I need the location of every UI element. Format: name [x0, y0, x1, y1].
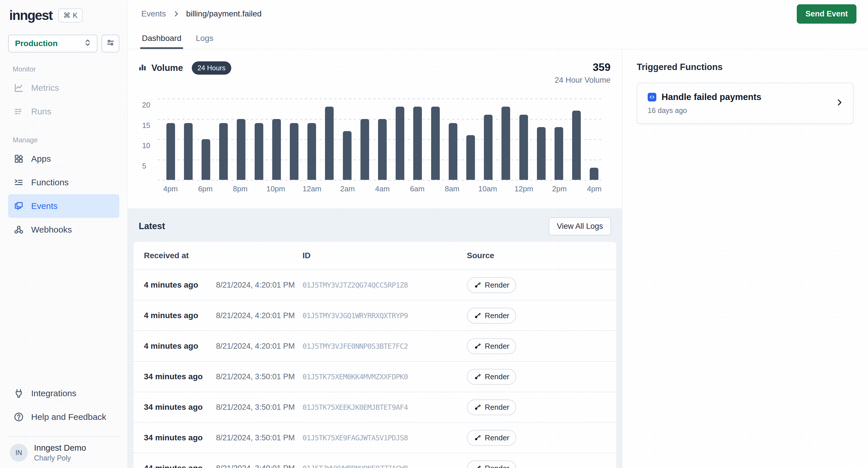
account-user: Charly Poly — [34, 454, 86, 462]
bar — [572, 111, 581, 180]
bar — [413, 107, 422, 180]
x-axis-tick: 6am — [409, 185, 426, 193]
sidebar-item-label: Events — [31, 201, 58, 211]
bar-slot — [356, 99, 373, 180]
received-timestamp: 8/21/2024, 3:40:01 PM — [216, 464, 303, 468]
bar — [449, 123, 457, 180]
bar-slot — [532, 99, 550, 180]
bar-slot — [585, 99, 603, 180]
source-badge[interactable]: Render — [467, 461, 516, 468]
function-card[interactable]: Handle failed payments 16 days ago — [637, 83, 854, 124]
latest-section: Latest View All Logs Received at ID Sour… — [128, 208, 622, 468]
event-id: 01J5TK75XEEKJK0EMJBTET9AF4 — [303, 403, 467, 411]
breadcrumb: Events billing/payment.failed — [141, 9, 261, 19]
table-row[interactable]: 34 minutes ago 8/21/2024, 3:50:01 PM 01J… — [133, 423, 616, 453]
event-id: 01J5TK75XEM0KK4MVMZXXFDPK0 — [303, 373, 467, 381]
bar — [272, 119, 281, 180]
received-timestamp: 8/21/2024, 4:20:01 PM — [216, 281, 303, 290]
tab-logs[interactable]: Logs — [195, 28, 214, 49]
source-badge[interactable]: Render — [467, 277, 516, 293]
inngest-logo[interactable]: inngest — [9, 7, 53, 23]
source-label: Render — [485, 433, 509, 442]
source-badge[interactable]: Render — [467, 399, 516, 415]
sidebar-item-label: Apps — [31, 154, 51, 164]
runs-list-icon — [13, 106, 24, 117]
bar-slot — [550, 99, 567, 180]
sidebar-item-webhooks[interactable]: Webhooks — [8, 218, 119, 241]
bar-slot — [179, 99, 197, 180]
nav-section-monitor: Monitor — [13, 65, 119, 73]
plug-icon — [13, 388, 24, 399]
source-label: Render — [485, 372, 509, 381]
y-axis-tick: 10 — [142, 141, 154, 150]
x-axis-tick: 12pm — [515, 185, 533, 193]
command-palette-shortcut[interactable]: ⌘ K — [58, 8, 83, 23]
webhook-icon — [13, 225, 24, 235]
volume-chart-card: Volume 24 Hours 359 24 Hour Volume 20 — [128, 49, 622, 208]
x-axis-tick — [533, 185, 551, 193]
sidebar-item-label: Help and Feedback — [31, 412, 106, 422]
environment-selector[interactable]: Production — [8, 35, 97, 53]
bar-slot — [497, 99, 515, 180]
bar — [519, 115, 528, 180]
view-all-logs-button[interactable]: View All Logs — [549, 217, 611, 235]
x-axis-tick — [497, 185, 515, 193]
sidebar-item-events[interactable]: Events — [8, 194, 119, 218]
total-volume-label: 24 Hour Volume — [555, 76, 611, 85]
source-badge[interactable]: Render — [467, 369, 516, 385]
event-id: 01J5TMY3VJGQ1WRYRRXQXTRYP9 — [303, 311, 467, 320]
sidebar-item-runs[interactable]: Runs — [8, 100, 119, 123]
environment-value: Production — [15, 39, 58, 48]
table-body: 4 minutes ago 8/21/2024, 4:20:01 PM 01J5… — [133, 270, 616, 468]
source-badge[interactable]: Render — [467, 308, 516, 324]
table-row[interactable]: 34 minutes ago 8/21/2024, 3:50:01 PM 01J… — [133, 392, 616, 423]
breadcrumb-events-link[interactable]: Events — [141, 9, 166, 19]
environment-settings-button[interactable] — [101, 35, 119, 53]
x-axis-tick: 10am — [478, 185, 497, 193]
table-row[interactable]: 34 minutes ago 8/21/2024, 3:50:01 PM 01J… — [133, 362, 616, 392]
send-event-button[interactable]: Send Event — [797, 4, 857, 24]
x-axis-tick — [214, 185, 231, 193]
x-axis-tick: 2pm — [551, 185, 568, 193]
latest-title: Latest — [139, 221, 165, 231]
sidebar-item-apps[interactable]: Apps — [8, 147, 119, 171]
bar — [325, 107, 334, 180]
table-row[interactable]: 4 minutes ago 8/21/2024, 4:20:01 PM 01J5… — [133, 331, 616, 362]
sidebar-item-integrations[interactable]: Integrations — [8, 381, 119, 405]
column-source: Source — [467, 251, 606, 260]
received-relative: 4 minutes ago — [144, 311, 216, 320]
range-badge[interactable]: 24 Hours — [192, 61, 231, 75]
sidebar-item-functions[interactable]: Functions — [8, 171, 119, 194]
sidebar-item-metrics[interactable]: Metrics — [8, 76, 119, 100]
bar — [237, 119, 245, 180]
chevron-updown-icon — [84, 39, 92, 49]
bar — [431, 107, 440, 180]
table-row[interactable]: 4 minutes ago 8/21/2024, 4:20:01 PM 01J5… — [133, 301, 616, 331]
y-axis-tick: 5 — [142, 162, 154, 170]
command-icon: ⌘ — [63, 11, 71, 20]
source-badge[interactable]: Render — [467, 338, 516, 354]
account-org: Inngest Demo — [34, 443, 86, 453]
account-menu[interactable]: IN Inngest Demo Charly Poly — [8, 443, 119, 462]
event-id: 01J5TMY3VJFE0NNP0S3BTE7FC2 — [303, 342, 467, 350]
x-axis-tick — [356, 185, 373, 193]
bar-slot — [568, 99, 585, 180]
received-relative: 34 minutes ago — [144, 403, 216, 412]
function-name: Handle failed payments — [661, 92, 761, 102]
source-badge[interactable]: Render — [467, 430, 516, 446]
bar — [484, 115, 493, 180]
source-label: Render — [485, 464, 509, 468]
bar-slot — [409, 99, 427, 180]
tab-dashboard[interactable]: Dashboard — [141, 28, 182, 49]
received-timestamp: 8/21/2024, 4:20:01 PM — [216, 311, 303, 320]
sidebar-item-help[interactable]: Help and Feedback — [8, 405, 119, 429]
received-timestamp: 8/21/2024, 4:20:01 PM — [216, 342, 303, 351]
column-received-at: Received at — [144, 251, 216, 260]
gridline — [158, 180, 603, 180]
bar — [184, 123, 193, 180]
chart-title: Volume — [151, 63, 183, 73]
bar — [255, 123, 263, 180]
table-row[interactable]: 44 minutes ago 8/21/2024, 3:40:01 PM 01J… — [133, 453, 616, 468]
table-row[interactable]: 4 minutes ago 8/21/2024, 4:20:01 PM 01J5… — [133, 270, 616, 301]
volume-bar-chart: 20 15 10 5 — [142, 99, 608, 180]
